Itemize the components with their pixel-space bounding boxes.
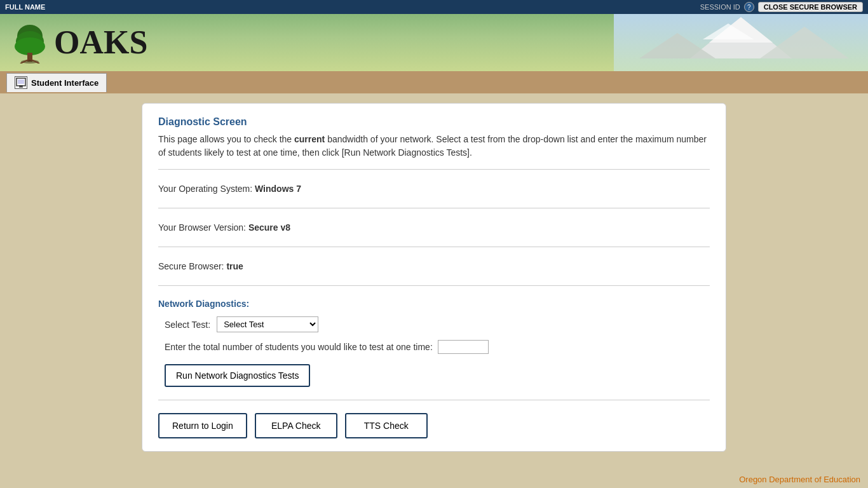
bottom-buttons: Return to Login ELPA Check TTS Check	[158, 400, 710, 438]
secure-label: Secure Browser:	[158, 261, 226, 271]
return-to-login-button[interactable]: Return to Login	[158, 413, 247, 438]
run-diagnostics-button[interactable]: Run Network Diagnostics Tests	[165, 364, 310, 387]
browser-label: Your Browser Version:	[158, 222, 248, 233]
diagnostic-description: This page allows you to check the curren…	[158, 133, 710, 159]
os-value: Windows 7	[255, 184, 301, 194]
top-bar-right: SESSION ID ? CLOSE SECURE BROWSER	[700, 2, 863, 12]
students-row: Enter the total number of students you w…	[158, 340, 710, 354]
divider-4	[158, 285, 710, 286]
students-label: Enter the total number of students you w…	[165, 342, 433, 352]
select-test-dropdown[interactable]: Select Test ELA Test Math Test Science T…	[217, 316, 318, 332]
elpa-check-button[interactable]: ELPA Check	[255, 413, 337, 438]
tree-icon	[13, 22, 48, 64]
tts-check-button[interactable]: TTS Check	[345, 413, 428, 438]
session-id-label: SESSION ID	[700, 3, 740, 11]
browser-row: Your Browser Version: Secure v8	[158, 215, 710, 240]
network-diagnostics-section: Network Diagnostics: Select Test: Select…	[158, 292, 710, 393]
select-test-row: Select Test: Select Test ELA Test Math T…	[158, 316, 710, 332]
student-interface-tab[interactable]: Student Interface	[6, 73, 107, 92]
svg-rect-12	[18, 79, 24, 84]
secure-value: true	[226, 261, 243, 271]
students-input[interactable]	[438, 340, 489, 354]
header: OAKS	[0, 14, 868, 71]
diagnostic-title: Diagnostic Screen	[158, 116, 710, 128]
student-interface-tab-label: Student Interface	[31, 78, 98, 88]
divider-3	[158, 247, 710, 247]
header-logo: OAKS	[13, 22, 147, 64]
network-diag-title: Network Diagnostics:	[158, 299, 710, 309]
divider-2	[158, 208, 710, 208]
diagnostic-card: Diagnostic Screen This page allows you t…	[142, 103, 726, 452]
mountain-background	[614, 14, 868, 71]
desc-bold: current	[294, 134, 325, 144]
desc-part1: This page allows you to check the	[158, 134, 294, 144]
footer: Oregon Department of Education	[731, 471, 868, 488]
footer-label: Oregon Department of Education	[739, 475, 860, 484]
os-label: Your Operating System:	[158, 184, 255, 194]
help-button[interactable]: ?	[744, 2, 754, 12]
svg-point-2	[15, 37, 45, 55]
nav-bar: Student Interface	[0, 71, 868, 93]
divider-1	[158, 169, 710, 170]
secure-browser-row: Secure Browser: true	[158, 254, 710, 279]
top-bar: FULL NAME SESSION ID ? CLOSE SECURE BROW…	[0, 0, 868, 14]
oaks-title: OAKS	[54, 26, 147, 59]
student-interface-icon	[15, 76, 27, 89]
select-test-label: Select Test:	[165, 320, 210, 330]
close-secure-browser-button[interactable]: CLOSE SECURE BROWSER	[758, 2, 863, 12]
os-row: Your Operating System: Windows 7	[158, 176, 710, 201]
browser-value: Secure v8	[248, 222, 290, 233]
full-name-label: FULL NAME	[5, 3, 45, 11]
main-content: Diagnostic Screen This page allows you t…	[0, 93, 868, 461]
